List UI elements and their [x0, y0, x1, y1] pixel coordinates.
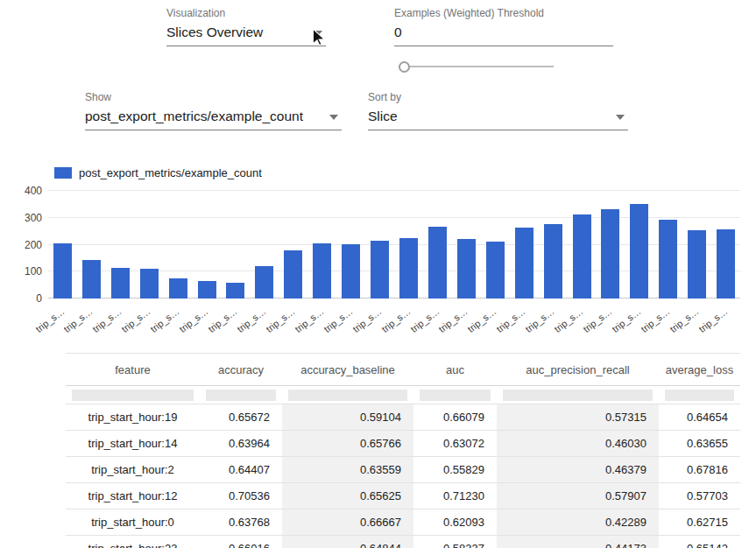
bar[interactable]: [198, 281, 216, 299]
dropdown-caret-icon: [616, 115, 625, 120]
metric-cell: 0.62715: [659, 509, 740, 535]
slider-thumb[interactable]: [399, 61, 410, 73]
column-filter-input[interactable]: [420, 390, 491, 401]
visualization-label: Visualization: [166, 7, 326, 19]
column-filter-input[interactable]: [288, 390, 407, 401]
bar[interactable]: [717, 229, 735, 299]
metric-cell: 0.65766: [282, 431, 413, 456]
bar[interactable]: [601, 209, 619, 299]
table-row[interactable]: trip_start_hour:120.705360.656250.712300…: [66, 483, 740, 509]
bar-slot: [682, 191, 711, 299]
metric-cell: 0.65625: [282, 483, 413, 509]
bar-slot: [394, 191, 423, 299]
bar[interactable]: [515, 228, 533, 299]
metric-cell: 0.66079: [413, 404, 497, 430]
bar[interactable]: [688, 230, 706, 299]
table-row[interactable]: trip_start_hour:20.644070.635590.558290.…: [66, 457, 740, 483]
column-header[interactable]: average_loss: [659, 354, 740, 385]
bar-slot: [365, 191, 394, 299]
bar[interactable]: [284, 250, 302, 299]
column-filter-input[interactable]: [72, 390, 194, 401]
metric-cell: 0.63655: [659, 431, 740, 456]
column-filter-input[interactable]: [206, 390, 276, 401]
metric-cell: 0.70536: [200, 483, 282, 509]
bar[interactable]: [82, 260, 101, 299]
show-dropdown[interactable]: post_export_metrics/example_count: [85, 108, 342, 130]
y-tick-label: 200: [7, 239, 42, 251]
visualization-value: Slices Overview: [166, 25, 263, 39]
metric-cell: 0.64407: [200, 457, 282, 482]
metric-cell: 0.63964: [200, 431, 282, 456]
column-filter-input[interactable]: [503, 390, 653, 401]
column-header[interactable]: auc_precision_recall: [497, 354, 659, 385]
y-tick-label: 300: [7, 212, 42, 224]
table-row[interactable]: trip_start_hour:230.660160.648440.583370…: [66, 536, 740, 548]
slices-overview-page: Visualization Slices Overview Examples (…: [0, 0, 756, 548]
show-label: Show: [85, 91, 342, 103]
bar[interactable]: [573, 214, 591, 299]
bar[interactable]: [544, 224, 562, 299]
metric-cell: 0.64844: [282, 536, 413, 548]
filter-cell: [282, 386, 413, 404]
feature-cell: trip_start_hour:2: [66, 457, 200, 482]
threshold-label: Examples (Weighted) Threshold: [394, 7, 613, 19]
bar-slot: [711, 191, 740, 299]
feature-cell: trip_start_hour:14: [66, 431, 200, 456]
metric-cell: 0.62093: [413, 509, 497, 535]
bar-slot: [568, 191, 597, 299]
sort-by-dropdown[interactable]: Slice: [368, 108, 628, 130]
column-header[interactable]: feature: [66, 354, 200, 385]
column-filter-input[interactable]: [665, 390, 734, 401]
bar[interactable]: [140, 269, 159, 299]
bar-plot-area: [48, 191, 740, 299]
feature-cell: trip_start_hour:0: [66, 509, 200, 535]
bar[interactable]: [630, 204, 648, 299]
bar[interactable]: [313, 243, 331, 299]
bar[interactable]: [255, 266, 273, 299]
table-row[interactable]: trip_start_hour:140.639640.657660.630720…: [66, 431, 740, 457]
bar[interactable]: [226, 283, 244, 299]
slider-track[interactable]: [399, 66, 554, 67]
column-header[interactable]: accuracy: [200, 354, 282, 385]
table-row[interactable]: trip_start_hour:190.656720.591040.660790…: [66, 404, 740, 431]
threshold-slider[interactable]: [399, 61, 554, 72]
bar-slot: [193, 191, 222, 299]
bar[interactable]: [457, 239, 476, 299]
bar[interactable]: [486, 242, 505, 299]
filter-cell: [413, 386, 497, 404]
table-header-row: featureaccuracyaccuracy_baselineaucauc_p…: [66, 354, 740, 386]
threshold-input[interactable]: 0: [394, 24, 613, 46]
bar-slot: [48, 191, 77, 299]
y-tick-label: 400: [7, 185, 42, 197]
metric-cell: 0.46030: [497, 431, 659, 456]
bar[interactable]: [111, 268, 130, 299]
x-tick-label: trip_s…: [33, 306, 66, 334]
bar[interactable]: [169, 278, 187, 299]
bar-slot: [77, 191, 106, 299]
metric-cell: 0.71230: [413, 483, 497, 509]
column-header[interactable]: auc: [413, 354, 497, 385]
bar[interactable]: [399, 238, 418, 299]
y-axis-labels: 0100200300400: [7, 191, 42, 299]
bar[interactable]: [659, 220, 677, 299]
bar[interactable]: [53, 243, 72, 299]
visualization-dropdown[interactable]: Slices Overview: [166, 24, 326, 46]
bar-slot: [336, 191, 365, 299]
bar-slot: [423, 191, 452, 299]
chart-legend: post_export_metrics/example_count: [54, 166, 262, 179]
bar-slot: [654, 191, 682, 299]
bar-slot: [510, 191, 539, 299]
filter-cell: [66, 386, 200, 404]
metric-cell: 0.66016: [200, 536, 282, 548]
bar-slot: [452, 191, 481, 299]
column-header[interactable]: accuracy_baseline: [282, 354, 413, 385]
table-row[interactable]: trip_start_hour:00.637680.666670.620930.…: [66, 509, 740, 536]
bar[interactable]: [371, 241, 389, 299]
bar-slot: [164, 191, 193, 299]
feature-cell: trip_start_hour:19: [66, 404, 200, 430]
threshold-value: 0: [394, 25, 402, 39]
threshold-control: Examples (Weighted) Threshold 0: [394, 7, 613, 46]
bar[interactable]: [428, 227, 447, 299]
bar[interactable]: [342, 244, 360, 299]
bar-slot: [539, 191, 568, 299]
